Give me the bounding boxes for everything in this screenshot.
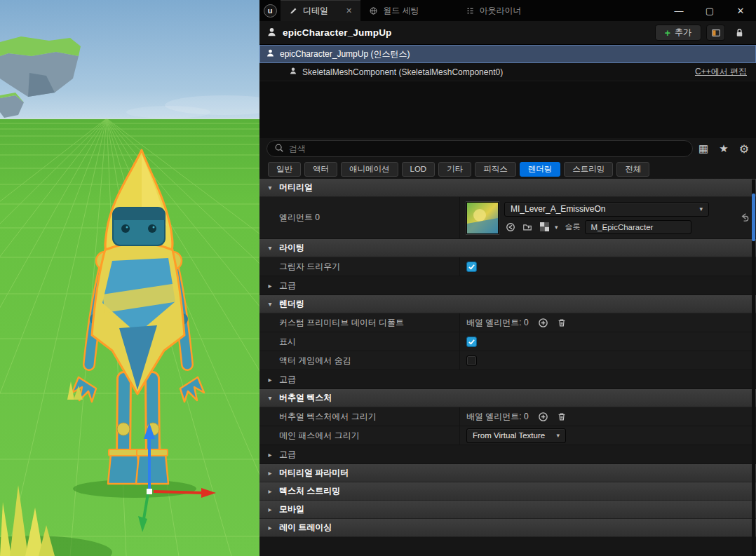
filter-general[interactable]: 일반 — [268, 162, 301, 177]
viewport-scene — [0, 0, 259, 556]
scrollbar-thumb[interactable] — [752, 194, 755, 241]
tab-world-settings[interactable]: 월드 세팅 — [360, 0, 427, 21]
filter-streaming[interactable]: 스트리밍 — [564, 162, 613, 177]
close-tab-icon[interactable]: ✕ — [346, 6, 352, 15]
add-array-element-icon[interactable] — [537, 316, 550, 329]
unreal-editor-window: u 디테일 ✕ 월드 세팅 — [0, 0, 756, 556]
section-ray-tracing[interactable]: ▸ 레이 트레이싱 — [259, 519, 756, 537]
section-title: 라이팅 — [279, 242, 304, 254]
actor-icon — [266, 48, 275, 60]
hidden-in-game-checkbox[interactable] — [466, 355, 477, 366]
filter-all[interactable]: 전체 — [616, 162, 649, 177]
tab-details[interactable]: 디테일 ✕ — [281, 0, 360, 21]
tree-item-root[interactable]: epicCharacter_JumpUp (인스턴스) — [259, 45, 756, 63]
property-label: 엘리먼트 0 — [259, 197, 459, 238]
section-mobile[interactable]: ▸ 모바일 — [259, 501, 756, 519]
plus-icon: + — [665, 28, 670, 38]
panel-tab-bar: u 디테일 ✕ 월드 세팅 — [259, 0, 756, 21]
maximize-icon[interactable]: ▢ — [694, 0, 725, 21]
advanced-label: 고급 — [279, 280, 296, 292]
main-pass-value: From Virtual Texture — [473, 431, 545, 440]
minimize-icon[interactable]: — — [663, 0, 694, 21]
filter-actor[interactable]: 액터 — [304, 162, 337, 177]
chevron-down-icon: ▾ — [556, 432, 560, 439]
search-input[interactable] — [289, 144, 685, 154]
rendering-advanced-expander[interactable]: ▸ 고급 — [259, 370, 756, 389]
section-title: 모바일 — [279, 503, 304, 515]
tab-outliner[interactable]: 아웃라이너 — [457, 0, 530, 21]
array-elements-value: 배열 엘리먼트: 0 — [466, 317, 529, 329]
virtual-texture-advanced-expander[interactable]: ▸ 고급 — [259, 445, 756, 464]
add-button-label: 추가 — [675, 27, 691, 39]
search-box[interactable] — [266, 140, 693, 157]
property-label: 버추얼 텍스처에서 그리기 — [259, 407, 459, 426]
section-title: 버추얼 텍스처 — [279, 392, 332, 404]
section-virtual-texture[interactable]: ▾ 버추얼 텍스처 — [259, 389, 756, 407]
property-label: 액터 게임에서 숨김 — [259, 351, 459, 369]
slot-label: 슬롯 — [565, 222, 581, 232]
filter-animation[interactable]: 애니메이션 — [341, 162, 398, 177]
close-icon[interactable]: ✕ — [725, 0, 756, 21]
outliner-list-icon — [466, 6, 475, 15]
hidden-in-game-row: 액터 게임에서 숨김 — [259, 351, 756, 370]
search-icon — [274, 143, 284, 155]
visible-checkbox[interactable] — [466, 337, 477, 347]
add-array-element-icon[interactable] — [537, 410, 550, 423]
section-lighting[interactable]: ▾ 라이팅 — [259, 239, 756, 257]
globe-icon — [369, 6, 378, 15]
selected-actor-title: epicCharacter_JumpUp — [283, 27, 392, 38]
filter-physics[interactable]: 피직스 — [475, 162, 516, 177]
display-grid-icon[interactable]: ▦ — [698, 142, 708, 155]
expand-arrow-icon: ▸ — [266, 451, 274, 459]
actor-icon — [266, 27, 277, 39]
section-texture-streaming[interactable]: ▸ 텍스처 스트리밍 — [259, 482, 756, 501]
section-material[interactable]: ▾ 머티리얼 — [259, 179, 756, 197]
property-label: 표시 — [259, 332, 459, 351]
category-filter-row: 일반 액터 애니메이션 LOD 기타 피직스 렌더링 스트리밍 전체 — [259, 159, 756, 179]
viewport-3d[interactable] — [0, 0, 259, 556]
pencil-icon — [289, 6, 298, 15]
section-title: 머티리얼 파라미터 — [279, 467, 349, 479]
reset-to-default-icon[interactable] — [739, 212, 750, 224]
filter-rendering[interactable]: 렌더링 — [520, 162, 561, 177]
draw-in-virtual-texture-row: 버추얼 텍스처에서 그리기 배열 엘리먼트: 0 — [259, 407, 756, 426]
add-component-button[interactable]: + 추가 — [655, 25, 701, 41]
material-asset-name: MI_Lever_A_EmissiveOn — [511, 204, 605, 214]
array-elements-value: 배열 엘리먼트: 0 — [466, 411, 529, 423]
browse-to-asset-icon[interactable] — [521, 221, 534, 233]
expand-arrow-icon: ▸ — [266, 506, 274, 513]
chevron-down-icon[interactable]: ▾ — [555, 224, 558, 231]
slot-name-field[interactable]: M_EpicCharacter — [585, 220, 691, 234]
lighting-advanced-expander[interactable]: ▸ 고급 — [259, 276, 756, 295]
component-tree: epicCharacter_JumpUp (인스턴스) SkeletalMesh… — [259, 45, 756, 138]
panel-layout-icon[interactable] — [706, 25, 725, 41]
visible-row: 표시 — [259, 332, 756, 351]
expand-arrow-icon: ▸ — [266, 487, 274, 495]
clear-array-trash-icon[interactable] — [555, 410, 568, 423]
main-pass-dropdown[interactable]: From Virtual Texture ▾ — [466, 428, 566, 443]
favorites-star-icon[interactable]: ★ — [719, 142, 728, 155]
expand-arrow-icon: ▸ — [266, 469, 274, 477]
expand-arrow-icon: ▸ — [266, 282, 274, 290]
section-material-parameters[interactable]: ▸ 머티리얼 파라미터 — [259, 464, 756, 482]
material-asset-dropdown[interactable]: MI_Lever_A_EmissiveOn ▾ — [504, 202, 709, 217]
unreal-logo-icon[interactable]: u — [259, 0, 281, 21]
section-title: 텍스처 스트리밍 — [279, 485, 340, 497]
material-thumbnail[interactable] — [466, 202, 499, 234]
lock-icon[interactable] — [730, 25, 749, 41]
cast-shadow-checkbox[interactable] — [466, 262, 477, 272]
filter-lod[interactable]: LOD — [402, 162, 436, 177]
use-selected-asset-icon[interactable] — [504, 221, 517, 233]
edit-in-cpp-link[interactable]: C++에서 편집 — [695, 66, 747, 78]
section-rendering[interactable]: ▾ 렌더링 — [259, 295, 756, 313]
expand-arrow-icon: ▸ — [266, 524, 274, 531]
collapse-arrow-icon: ▾ — [266, 394, 274, 402]
clear-array-trash-icon[interactable] — [555, 316, 568, 329]
tree-item-skeletal-mesh[interactable]: SkeletalMeshComponent (SkeletalMeshCompo… — [259, 63, 756, 81]
texture-checker-icon[interactable] — [538, 221, 551, 233]
settings-gear-icon[interactable]: ⚙ — [739, 142, 749, 156]
tab-world-settings-label: 월드 세팅 — [383, 5, 419, 17]
actor-header: epicCharacter_JumpUp + 추가 — [259, 21, 756, 45]
custom-primitive-row: 커스텀 프리미티브 데이터 디폴트 배열 엘리먼트: 0 — [259, 313, 756, 332]
filter-misc[interactable]: 기타 — [438, 162, 471, 177]
